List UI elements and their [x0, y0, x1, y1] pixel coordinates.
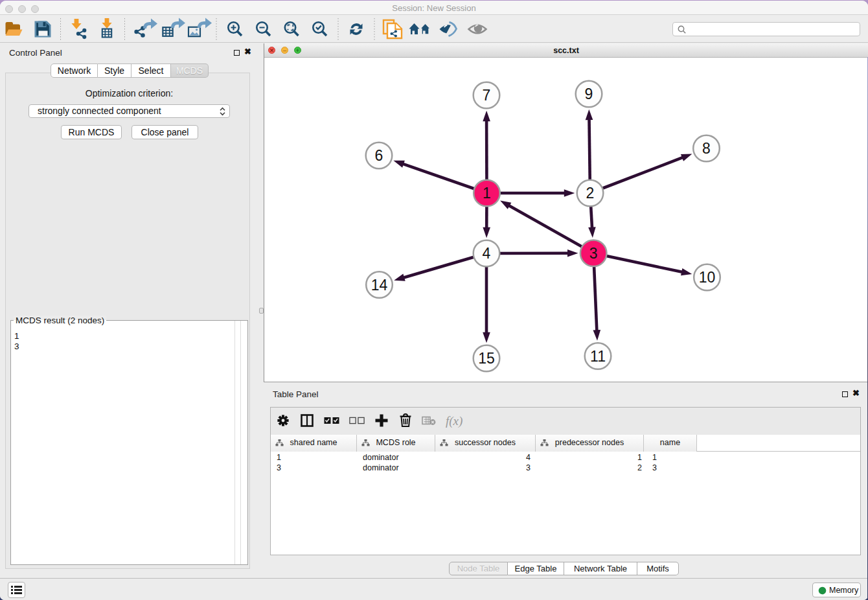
svg-text:1: 1	[483, 185, 491, 202]
svg-text:8: 8	[702, 140, 711, 157]
svg-text:2: 2	[586, 185, 595, 202]
svg-text:14: 14	[371, 277, 388, 294]
svg-text:f(x): f(x)	[446, 414, 463, 428]
svg-text:11: 11	[590, 348, 606, 365]
svg-text:3: 3	[589, 245, 598, 262]
svg-text:10: 10	[699, 269, 716, 286]
svg-text:9: 9	[585, 86, 593, 102]
svg-text:7: 7	[483, 87, 491, 104]
svg-text:6: 6	[375, 147, 383, 164]
svg-text:15: 15	[478, 350, 495, 367]
svg-text:4: 4	[483, 245, 491, 262]
